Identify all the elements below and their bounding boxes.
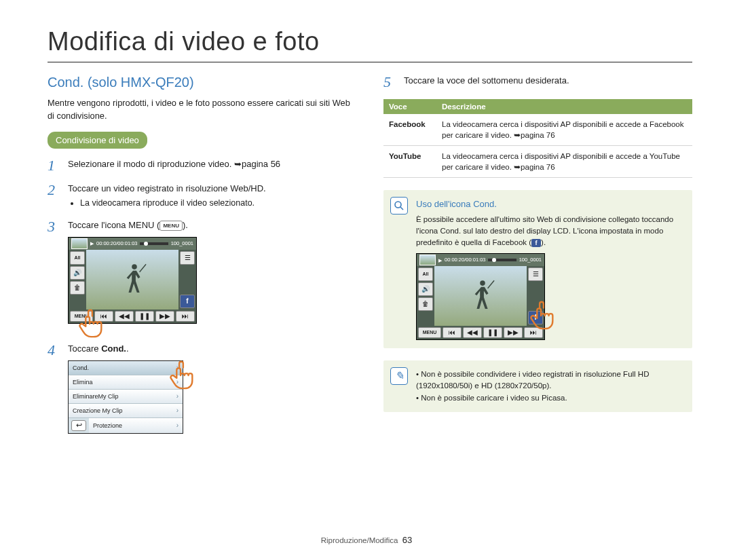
playback-time: 00:00:20/00:01:03 (445, 257, 485, 264)
forward-button[interactable]: ▶▶ (155, 311, 174, 322)
step-4-bold: Cond. (101, 343, 126, 354)
footer-page-number: 63 (402, 535, 412, 545)
step-number-1: 1 (48, 158, 61, 173)
table-row: Facebook La videocamera cerca i disposit… (383, 114, 692, 146)
caution-item-1: Non è possibile condividere i video regi… (416, 369, 683, 392)
magnifier-icon (390, 197, 408, 214)
svg-line-0 (139, 264, 146, 272)
volume-button[interactable]: 🔊 (70, 266, 85, 280)
prev-button[interactable]: ⏮ (443, 327, 462, 338)
note-pencil-icon: ✎ (390, 367, 408, 385)
subsection-pill: Condivisione di video (48, 132, 147, 149)
step-number-4: 4 (48, 343, 61, 434)
filter-all-button[interactable]: All (418, 267, 433, 281)
rewind-button[interactable]: ◀◀ (115, 311, 134, 322)
table-cell-youtube: YouTube (383, 146, 436, 178)
video-frame-golfer (470, 277, 495, 318)
touch-hand-icon (525, 299, 558, 331)
chapter-title: Modifica di video e foto (48, 27, 692, 62)
step-3-text-a: Toccare l'icona MENU ( (68, 220, 159, 230)
menu-icon-chip: MENU (159, 221, 183, 231)
step-1-text: Selezionare il modo di riproduzione vide… (68, 158, 356, 173)
list-button[interactable]: ☰ (180, 251, 195, 265)
info-box-title: Uso dell'icona Cond. (416, 198, 683, 211)
playback-time: 00:00:20/00:01:03 (96, 240, 137, 248)
playback-screenshot-menu: ▶ 00:00:20/00:01:03 100_0001 All 🔊 🗑 (68, 237, 197, 324)
step-3-text-b: ). (183, 220, 188, 230)
footer-section: Riproduzione/Modifica (321, 536, 398, 544)
video-frame-golfer (121, 261, 147, 301)
delete-button[interactable]: 🗑 (418, 297, 433, 311)
menu-button[interactable]: MENU (418, 327, 441, 338)
filter-all-button[interactable]: All (70, 251, 85, 265)
intro-text: Mentre vengono riprodotti, i video e le … (48, 97, 356, 122)
touch-hand-icon (74, 307, 107, 339)
step-number-2: 2 (48, 183, 61, 210)
menu-item-creazionemyclip[interactable]: Creazione My Clip› (69, 404, 183, 418)
playback-screenshot-share: ▶ 00:00:20/00:01:03 100_0001 All 🔊 🗑 (416, 253, 545, 340)
svg-point-1 (395, 202, 401, 208)
table-row: YouTube La videocamera cerca i dispositi… (383, 146, 692, 178)
step-2-bullet: La videocamera riproduce il video selezi… (80, 198, 356, 210)
volume-button[interactable]: 🔊 (418, 282, 433, 296)
rewind-button[interactable]: ◀◀ (463, 327, 482, 338)
table-cell-facebook-desc: La videocamera cerca i dispositivi AP di… (436, 114, 692, 146)
info-box-body-end: ). (541, 238, 546, 246)
touch-hand-icon (165, 358, 198, 391)
next-button[interactable]: ⏭ (176, 311, 195, 322)
delete-button[interactable]: 🗑 (70, 281, 85, 295)
back-button[interactable]: ↩ (71, 420, 86, 431)
caution-box: ✎ Non è possibile condividere i video re… (383, 360, 692, 412)
clip-name: 100_0001 (519, 257, 542, 264)
clip-thumbnail-icon (419, 255, 436, 265)
info-box-cond-icon: Uso dell'icona Cond. È possibile acceder… (383, 190, 692, 348)
menu-popup-screenshot: Cond.› Elimina› EliminareMy Clip› Creazi… (68, 360, 183, 434)
step-4-text-a: Toccare (68, 343, 101, 354)
table-cell-facebook: Facebook (383, 114, 436, 146)
table-header-voce: Voce (383, 99, 436, 114)
step-number-3: 3 (48, 219, 61, 324)
list-button[interactable]: ☰ (528, 267, 543, 281)
caution-item-2: Non è possibile caricare i video su Pica… (416, 392, 683, 404)
step-number-5: 5 (383, 75, 397, 90)
pause-button[interactable]: ❚❚ (135, 311, 154, 322)
facebook-share-icon[interactable]: f (180, 295, 195, 308)
table-header-descrizione: Descrizione (436, 99, 692, 114)
clip-name: 100_0001 (171, 240, 193, 248)
facebook-inline-icon: f (531, 239, 541, 247)
section-title: Cond. (solo HMX-QF20) (48, 75, 356, 90)
forward-button[interactable]: ▶▶ (504, 327, 523, 338)
page-footer: Riproduzione/Modifica 63 (0, 535, 733, 545)
menu-item-protezione[interactable]: Protezione› (89, 418, 183, 433)
step-4-text-c: . (126, 343, 129, 354)
menu-item-eliminaremyclip[interactable]: EliminareMy Clip› (69, 390, 183, 404)
table-cell-youtube-desc: La videocamera cerca i dispositivi AP di… (436, 146, 692, 178)
step-2-text: Toccare un video registrato in risoluzio… (68, 183, 266, 193)
svg-line-2 (400, 207, 403, 210)
svg-line-3 (487, 280, 494, 288)
progress-bar (140, 242, 168, 245)
description-table: Voce Descrizione Facebook La videocamera… (383, 99, 692, 178)
progress-bar (488, 259, 516, 261)
clip-thumbnail-icon (71, 238, 88, 249)
pause-button[interactable]: ❚❚ (483, 327, 502, 338)
step-5-text: Toccare la voce del sottomenu desiderata… (404, 75, 692, 90)
